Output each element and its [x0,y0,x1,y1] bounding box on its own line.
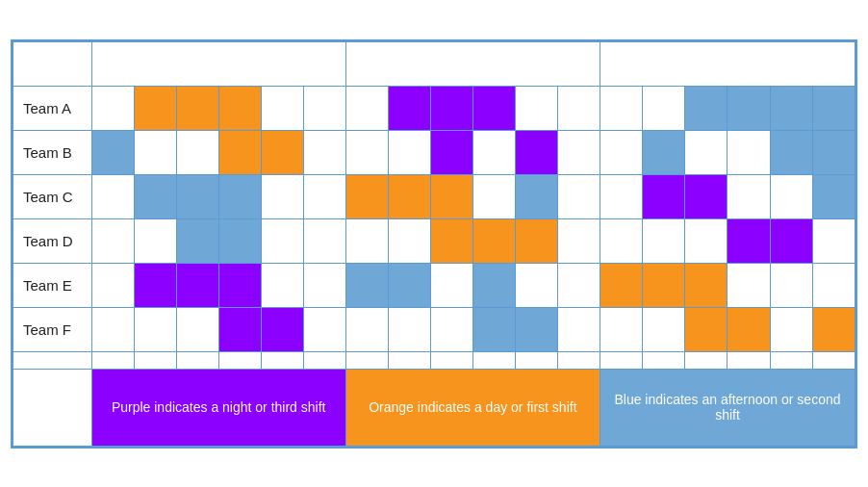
team-label-teamf: Team F [13,307,92,351]
team-label-teamc: Team C [13,174,92,218]
spacer-cell [388,351,430,369]
grid-cell [557,218,600,263]
grid-cell [770,263,812,307]
grid-cell [728,130,770,174]
grid-cell [770,174,812,218]
grid-cell [91,218,134,263]
grid-cell [515,174,557,218]
grid-cell [812,86,855,130]
grid-cell [600,218,642,263]
grid-cell [303,86,345,130]
grid-cell [303,130,345,174]
team-label-teama: Team A [13,86,92,130]
grid-cell [557,307,600,351]
grid-cell [812,174,855,218]
grid-cell [472,174,515,218]
grid-cell [600,263,642,307]
grid-cell [430,263,472,307]
corner-cell [13,41,92,86]
grid-cell [812,218,855,263]
spacer-cell [728,351,770,369]
grid-cell [430,130,472,174]
grid-cell [91,263,134,307]
grid-cell [472,307,515,351]
grid-cell [430,218,472,263]
grid-cell [261,307,303,351]
schedule-wrapper: Team ATeam BTeam CTeam DTeam ETeam FPurp… [11,39,857,449]
grid-cell [176,263,218,307]
grid-cell [557,263,600,307]
grid-cell [430,307,472,351]
grid-cell [388,174,430,218]
legend-empty [13,369,92,446]
grid-cell [345,218,388,263]
grid-cell [643,86,685,130]
grid-cell [261,130,303,174]
grid-cell [812,130,855,174]
spacer-cell [345,351,388,369]
grid-cell [728,174,770,218]
grid-cell [218,263,261,307]
spacer-cell [218,351,261,369]
grid-cell [345,263,388,307]
spacer-cell [13,351,92,369]
grid-cell [345,174,388,218]
grid-cell [91,174,134,218]
team-label-teame: Team E [13,263,92,307]
grid-cell [218,86,261,130]
grid-cell [218,130,261,174]
grid-cell [728,86,770,130]
grid-cell [643,307,685,351]
grid-cell [388,86,430,130]
spacer-cell [176,351,218,369]
grid-cell [134,130,176,174]
grid-cell [472,130,515,174]
grid-cell [176,174,218,218]
grid-cell [643,218,685,263]
grid-cell [261,86,303,130]
grid-cell [600,174,642,218]
grid-cell [770,130,812,174]
grid-cell [388,130,430,174]
grid-cell [134,86,176,130]
grid-cell [303,263,345,307]
legend-orange: Orange indicates a day or first shift [345,369,600,446]
grid-cell [134,218,176,263]
grid-cell [685,86,728,130]
grid-cell [643,263,685,307]
grid-cell [685,263,728,307]
grid-cell [91,130,134,174]
grid-cell [134,307,176,351]
grid-cell [685,218,728,263]
grid-cell [728,307,770,351]
grid-cell [430,174,472,218]
grid-cell [557,174,600,218]
week3-header [600,41,855,86]
grid-cell [515,307,557,351]
grid-cell [685,130,728,174]
spacer-cell [472,351,515,369]
week1-header [91,41,345,86]
spacer-cell [303,351,345,369]
grid-cell [515,263,557,307]
grid-cell [388,307,430,351]
grid-cell [515,86,557,130]
grid-cell [261,218,303,263]
spacer-cell [600,351,642,369]
grid-cell [91,86,134,130]
grid-cell [134,263,176,307]
grid-cell [176,307,218,351]
spacer-cell [557,351,600,369]
grid-cell [643,174,685,218]
grid-cell [728,263,770,307]
grid-cell [812,307,855,351]
legend-blue: Blue indicates an afternoon or second sh… [600,369,855,446]
grid-cell [218,307,261,351]
grid-cell [261,263,303,307]
grid-cell [303,307,345,351]
legend-purple: Purple indicates a night or third shift [91,369,345,446]
team-label-teamd: Team D [13,218,92,263]
spacer-cell [134,351,176,369]
grid-cell [557,130,600,174]
grid-cell [218,174,261,218]
